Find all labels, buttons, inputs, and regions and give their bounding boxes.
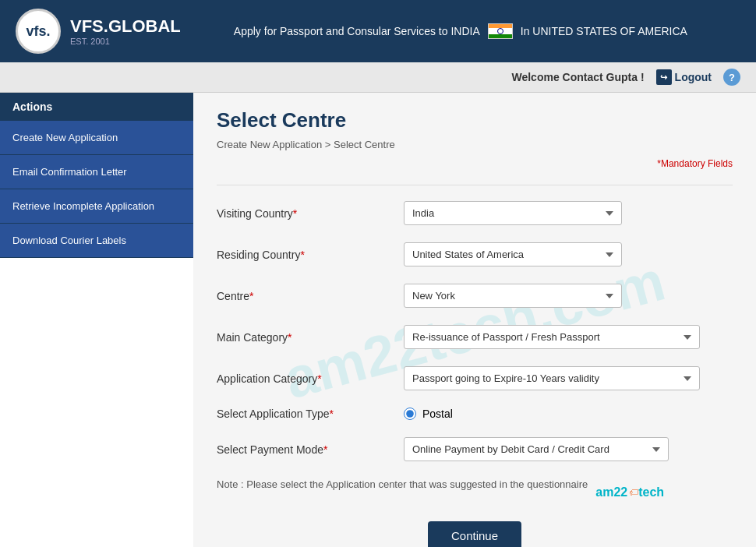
breadcrumb-home[interactable]: Create New Application xyxy=(217,139,322,150)
centre-select[interactable]: New York xyxy=(404,284,622,308)
brand-est: EST. 2001 xyxy=(70,37,181,46)
ashoka-chakra xyxy=(497,28,503,34)
app-category-label: Application Category* xyxy=(217,372,404,385)
sidebar-item-email[interactable]: Email Confirmation Letter xyxy=(0,155,193,189)
app-type-postal-label: Postal xyxy=(422,408,453,420)
payment-mode-select[interactable]: Online Payment by Debit Card / Credit Ca… xyxy=(404,437,669,461)
form-area: Visiting Country* India Residing Country… xyxy=(217,201,733,547)
residing-country-label: Residing Country* xyxy=(217,249,404,261)
logo-vfs: vfs. xyxy=(26,23,50,40)
logout-icon: ↪ xyxy=(656,69,672,85)
centre-label: Centre* xyxy=(217,290,404,302)
help-icon[interactable]: ? xyxy=(723,69,740,86)
india-flag xyxy=(488,23,513,39)
am22-suffix: tech xyxy=(638,485,664,499)
residing-country-row: Residing Country* United States of Ameri… xyxy=(217,242,733,266)
logo-text: VFS.GLOBAL EST. 2001 xyxy=(70,16,181,46)
brand-name: VFS.GLOBAL xyxy=(70,16,181,37)
breadcrumb-sep: > xyxy=(325,139,334,150)
continue-button[interactable]: Continue xyxy=(428,521,521,547)
sidebar-item-create[interactable]: Create New Application xyxy=(0,121,193,155)
header-center-text: Apply for Passport and Consular Services… xyxy=(181,23,740,39)
sidebar-item-download[interactable]: Download Courier Labels xyxy=(0,224,193,258)
logo-circle: vfs. xyxy=(16,9,61,54)
payment-mode-row: Select Payment Mode* Online Payment by D… xyxy=(217,437,733,461)
page-title: Select Centre xyxy=(217,108,733,132)
breadcrumb: Create New Application > Select Centre xyxy=(217,139,733,150)
logo-area: vfs. VFS.GLOBAL EST. 2001 xyxy=(16,9,181,54)
welcome-text: Welcome Contact Gupta ! xyxy=(511,71,644,83)
top-nav: Welcome Contact Gupta ! ↪ Logout ? xyxy=(0,62,756,93)
am22-tag-icon: 🏷 xyxy=(629,487,638,498)
visiting-country-label: Visiting Country* xyxy=(217,207,404,220)
country-text: In UNITED STATES OF AMERICA xyxy=(521,25,687,37)
app-category-row: Application Category* Passport going to … xyxy=(217,366,733,390)
am22-text: am22 xyxy=(595,485,627,499)
flag-green xyxy=(489,34,512,38)
app-type-postal-radio[interactable] xyxy=(404,408,416,420)
sidebar-header: Actions xyxy=(0,93,193,121)
app-type-radio-group: Postal xyxy=(404,408,453,420)
visiting-country-row: Visiting Country* India xyxy=(217,201,733,225)
flag-white xyxy=(489,28,512,34)
payment-mode-label: Select Payment Mode* xyxy=(217,443,404,456)
app-category-select[interactable]: Passport going to Expire-10 Years validi… xyxy=(404,366,700,390)
divider xyxy=(217,185,733,185)
sidebar-item-retrieve[interactable]: Retrieve Incomplete Application xyxy=(0,189,193,224)
sidebar: Actions Create New Application Email Con… xyxy=(0,93,193,547)
centre-row: Centre* New York xyxy=(217,284,733,308)
app-type-row: Select Application Type* Postal xyxy=(217,408,733,420)
residing-country-select[interactable]: United States of America xyxy=(404,242,622,266)
main-content: am22tech.com Select Centre Create New Ap… xyxy=(193,93,756,547)
note-text: Note : Please select the Application cen… xyxy=(217,478,588,490)
logout-button[interactable]: ↪ Logout xyxy=(656,69,712,85)
breadcrumb-current: Select Centre xyxy=(334,139,395,150)
apply-text: Apply for Passport and Consular Services… xyxy=(234,25,480,37)
am22tech-logo: am22 🏷 tech xyxy=(595,485,664,499)
visiting-country-select[interactable]: India xyxy=(404,201,622,225)
logout-label: Logout xyxy=(675,71,712,83)
main-category-row: Main Category* Re-issuance of Passport /… xyxy=(217,325,733,349)
mandatory-note: *Mandatory Fields xyxy=(217,158,733,169)
main-category-label: Main Category* xyxy=(217,331,404,344)
main-category-select[interactable]: Re-issuance of Passport / Fresh Passport xyxy=(404,325,700,349)
main-layout: Actions Create New Application Email Con… xyxy=(0,93,756,547)
note-row: Note : Please select the Application cen… xyxy=(217,478,733,506)
site-header: vfs. VFS.GLOBAL EST. 2001 Apply for Pass… xyxy=(0,0,756,62)
app-type-label: Select Application Type* xyxy=(217,408,404,420)
